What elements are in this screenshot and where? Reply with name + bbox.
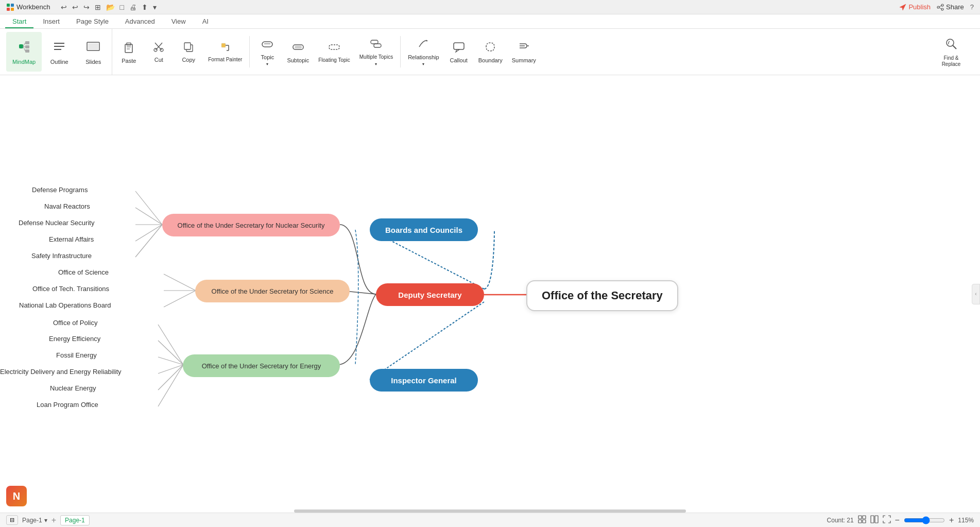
format-painter-label: Format Painter [208, 57, 242, 63]
find-replace-icon [944, 37, 958, 54]
relationship-label: Relationship [408, 54, 439, 60]
leaf-external-affairs: External Affairs [49, 235, 94, 243]
leaf-energy-efficiency: Energy Efficiency [49, 335, 100, 343]
zoom-level: 115% [958, 517, 974, 524]
svg-rect-70 [858, 516, 862, 519]
leaf-defense-programs: Defense Programs [32, 186, 88, 194]
page-selector[interactable]: Page-1 ▾ [22, 517, 47, 524]
page-tab[interactable]: Page-1 [60, 515, 90, 525]
node-office-secretary[interactable]: Office of the Secretary [526, 280, 678, 311]
subtopic-icon [292, 41, 304, 56]
topic-dropdown-icon[interactable]: ▾ [266, 62, 268, 66]
topic-button[interactable]: Topic ▾ [253, 32, 282, 72]
svg-rect-2 [7, 8, 10, 11]
find-replace-button[interactable]: Find & Replace [929, 32, 974, 72]
svg-rect-32 [184, 43, 191, 49]
node-boards-councils[interactable]: Boards and Councils [370, 218, 478, 241]
statusbar-right: Count: 21 − + 115% [827, 515, 974, 525]
svg-rect-37 [262, 42, 272, 47]
cut-button[interactable]: Cut [144, 32, 173, 72]
node-energy[interactable]: Office of the Under Secretary for Energy [183, 354, 340, 377]
fit-page-button[interactable] [858, 515, 866, 525]
add-page-button[interactable]: + [51, 516, 56, 525]
more-button[interactable]: ▾ [151, 2, 159, 12]
tab-ai[interactable]: AI [195, 15, 216, 28]
callout-button[interactable]: Callout [444, 32, 473, 72]
copy-button[interactable]: Copy [174, 32, 203, 72]
fullscreen-button[interactable] [883, 515, 891, 525]
svg-rect-41 [329, 45, 339, 49]
undo-button2[interactable]: ↩ [70, 2, 80, 12]
tab-view[interactable]: View [164, 15, 193, 28]
leaf-loan-program: Loan Program Office [37, 401, 98, 409]
leaf-naval-reactors: Naval Reactors [44, 202, 90, 210]
zoom-in-button[interactable]: + [949, 516, 954, 525]
zoom-slider[interactable] [904, 516, 945, 524]
view-mindmap-label: MindMap [12, 59, 36, 65]
tab-start[interactable]: Start [5, 15, 33, 28]
svg-rect-74 [871, 516, 874, 523]
publish-button[interactable]: Publish [899, 3, 931, 11]
collapse-panel-arrow[interactable]: ‹ [972, 284, 980, 304]
node-nuclear-security[interactable]: Office of the Under Secretary for Nuclea… [162, 214, 340, 236]
undo-button[interactable]: ↩ [59, 2, 69, 12]
cut-icon [153, 41, 164, 55]
share-button[interactable]: Share [937, 3, 964, 11]
leaf-tech-transitions: Office of Tech. Transitions [32, 285, 109, 293]
paste-label: Paste [122, 58, 136, 64]
callout-icon [453, 41, 465, 56]
view-slides-button[interactable]: Slides [77, 32, 110, 72]
split-view-button[interactable] [870, 515, 879, 525]
view-slides-label: Slides [85, 59, 101, 65]
view-mindmap-button[interactable]: MindMap [6, 32, 42, 72]
node-science[interactable]: Office of the Under Secretary for Scienc… [195, 280, 350, 302]
canvas[interactable]: Defense Programs Naval Reactors Defense … [0, 75, 980, 513]
svg-line-67 [370, 302, 484, 380]
floating-topic-icon [328, 41, 340, 56]
help-button[interactable]: ? [970, 3, 974, 11]
multiple-topics-button[interactable]: Multiple Topics ▾ [355, 32, 397, 72]
view-outline-button[interactable]: Outline [43, 32, 76, 72]
page-selector-arrow: ▾ [44, 517, 47, 524]
relationship-dropdown-icon[interactable]: ▾ [422, 62, 424, 66]
svg-line-29 [155, 43, 159, 47]
save-button[interactable]: □ [118, 2, 126, 12]
divider-1 [249, 36, 250, 67]
boundary-button[interactable]: Boundary [474, 32, 507, 72]
svg-rect-12 [25, 49, 29, 53]
export-button[interactable]: ⬆ [140, 2, 150, 12]
leaf-office-of-policy: Office of Policy [53, 319, 97, 327]
redo-button[interactable]: ↪ [81, 2, 92, 12]
summary-button[interactable]: Summary [508, 32, 540, 72]
relationship-button[interactable]: Relationship ▾ [404, 32, 443, 72]
format-painter-icon [219, 41, 231, 55]
svg-line-8 [939, 8, 941, 9]
format-painter-button[interactable]: Format Painter [204, 32, 246, 72]
fullscreen-icon [883, 515, 891, 523]
tab-advanced[interactable]: Advanced [118, 15, 162, 28]
print-button[interactable]: 🖨 [127, 2, 139, 12]
relationship-icon [417, 38, 429, 53]
multiple-topics-label: Multiple Topics [359, 54, 393, 60]
paste-button[interactable]: Paste [114, 32, 143, 72]
multiple-topics-dropdown-icon[interactable]: ▾ [375, 62, 377, 66]
undo-redo-group: ↩ ↩ ↪ ⊞ 📂 □ 🖨 ⬆ ▾ [59, 2, 159, 12]
leaf-fossil-energy: Fossil Energy [56, 351, 97, 359]
tab-insert[interactable]: Insert [36, 15, 67, 28]
panel-toggle-button[interactable]: ⊟ [6, 515, 18, 525]
horizontal-scrollbar[interactable] [294, 509, 686, 513]
floating-topic-button[interactable]: Floating Topic [314, 32, 354, 72]
tab-page-style[interactable]: Page Style [69, 15, 116, 28]
open-button[interactable]: 📂 [104, 2, 117, 12]
subtopic-button[interactable]: Subtopic [283, 32, 313, 72]
node-inspector-general[interactable]: Inspector General [370, 369, 478, 392]
svg-line-64 [158, 365, 183, 406]
node-deputy-secretary[interactable]: Deputy Secretary [376, 283, 484, 306]
statusbar-left: ⊟ Page-1 ▾ + Page-1 [6, 515, 90, 525]
leaf-defense-nuclear-security: Defense Nuclear Security [19, 219, 94, 227]
svg-rect-40 [295, 46, 302, 48]
svg-line-50 [953, 45, 956, 49]
workbench-title: Workbench [6, 3, 50, 11]
new-button[interactable]: ⊞ [93, 2, 103, 12]
zoom-out-button[interactable]: − [895, 516, 900, 525]
